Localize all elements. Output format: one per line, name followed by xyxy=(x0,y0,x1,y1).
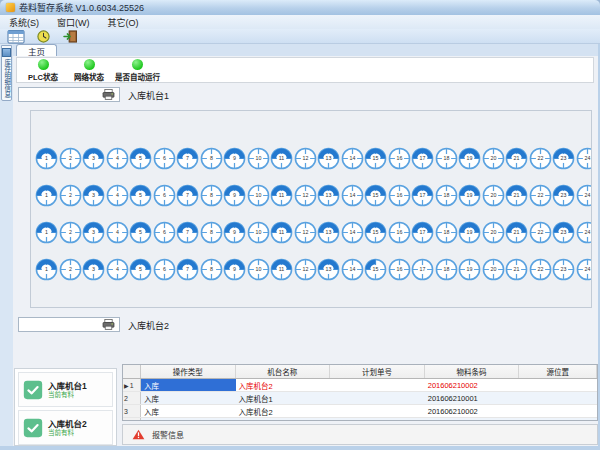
table-cell[interactable]: 201606210001 xyxy=(425,392,520,404)
row-header[interactable]: 4 xyxy=(123,418,141,421)
table-cell[interactable] xyxy=(519,392,597,404)
svg-text:16: 16 xyxy=(396,266,402,272)
column-header[interactable]: 机台名称 xyxy=(236,365,331,378)
slot-2-14: 14 xyxy=(341,184,365,207)
svg-text:14: 14 xyxy=(349,266,355,272)
title-bar[interactable]: 卷料暂存系统 V1.0.6034.25526 xyxy=(0,0,600,15)
slot-4-8: 8 xyxy=(200,258,224,281)
slot-3-24: 24 xyxy=(576,221,593,244)
station1-print-button[interactable] xyxy=(18,87,120,102)
slot-1-2: 2 xyxy=(59,147,83,170)
clock-icon[interactable] xyxy=(34,30,52,43)
menu-item[interactable]: 其它(O) xyxy=(99,16,148,29)
table-cell[interactable]: 201606210002 xyxy=(425,405,520,417)
slot-1-4: 4 xyxy=(106,147,130,170)
slot-3-2: 2 xyxy=(59,221,83,244)
slot-4-9: 9 xyxy=(223,258,247,281)
slot-2-7: 7 xyxy=(176,184,200,207)
table-cell[interactable] xyxy=(330,392,425,404)
station2-print-button[interactable] xyxy=(18,317,120,332)
slot-4-15: 15 xyxy=(364,258,388,281)
svg-text:10: 10 xyxy=(255,155,261,161)
table-cell[interactable] xyxy=(330,405,425,417)
slot-2-22: 22 xyxy=(529,184,553,207)
table-cell[interactable]: 入库机台2 xyxy=(236,379,331,391)
table-row[interactable]: 4 xyxy=(123,418,597,421)
table-cell[interactable] xyxy=(519,379,597,391)
svg-text:20: 20 xyxy=(490,229,496,235)
card-status: 当前有料 xyxy=(48,391,87,399)
table-cell[interactable]: 入库 xyxy=(141,405,236,417)
slot-4-17: 17 xyxy=(411,258,435,281)
svg-text:2: 2 xyxy=(69,192,72,198)
svg-text:5: 5 xyxy=(139,192,142,198)
table-cell[interactable]: 入库 xyxy=(141,392,236,404)
svg-text:15: 15 xyxy=(373,192,379,198)
svg-text:8: 8 xyxy=(210,266,213,272)
slot-3-9: 9 xyxy=(223,221,247,244)
status-indicator: 网络状态 xyxy=(69,59,109,82)
exit-icon[interactable] xyxy=(61,30,79,43)
toolbar xyxy=(0,29,600,44)
slot-1-8: 8 xyxy=(200,147,224,170)
column-header[interactable]: 物料条码 xyxy=(425,365,520,378)
table-header-row: 操作类型机台名称计划单号物料条码源位置 xyxy=(123,365,597,379)
table-cell[interactable] xyxy=(236,418,331,421)
slot-4-22: 22 xyxy=(529,258,553,281)
table-cell[interactable]: 入库机台1 xyxy=(236,392,331,404)
table-cell[interactable]: 201606210002 xyxy=(425,379,520,391)
table-row[interactable]: 3入库入库机台2201606210002 xyxy=(123,405,597,418)
row-header[interactable]: 3 xyxy=(123,405,141,417)
column-header[interactable]: 计划单号 xyxy=(330,365,425,378)
column-header[interactable]: 操作类型 xyxy=(141,365,236,378)
slot-2-24: 24 xyxy=(576,184,593,207)
slot-1-10: 10 xyxy=(247,147,271,170)
table-cell[interactable] xyxy=(425,418,520,421)
svg-text:6: 6 xyxy=(163,229,166,235)
table-row[interactable]: ▶1入库入库机台2201606210002 xyxy=(123,379,597,392)
machine-card: 入库机台1当前有料 xyxy=(18,372,113,407)
svg-text:11: 11 xyxy=(279,155,285,161)
menu-item[interactable]: 窗口(W) xyxy=(48,16,99,29)
table-cell[interactable] xyxy=(330,379,425,391)
slot-row: 1 2 3 4 5 6 7 8 xyxy=(35,258,591,281)
alarm-label: 报警信息 xyxy=(152,429,184,440)
row-select-arrow-icon: ▶ xyxy=(124,382,129,389)
check-icon xyxy=(23,418,43,438)
table-cell[interactable] xyxy=(519,405,597,417)
machine-cards: 入库机台1当前有料入库机台2当前有料 xyxy=(14,368,117,446)
table-cell[interactable] xyxy=(330,418,425,421)
warning-icon xyxy=(132,429,145,440)
svg-text:2: 2 xyxy=(69,266,72,272)
svg-text:22: 22 xyxy=(537,155,543,161)
svg-text:11: 11 xyxy=(279,266,285,272)
svg-text:7: 7 xyxy=(186,266,189,272)
table-cell[interactable] xyxy=(519,418,597,421)
svg-text:4: 4 xyxy=(116,192,119,198)
column-header[interactable]: 源位置 xyxy=(519,365,597,378)
side-dock-tab[interactable]: 库存明细信息 xyxy=(1,45,12,101)
table-cell[interactable]: 入库 xyxy=(141,379,236,391)
slot-1-12: 12 xyxy=(294,147,318,170)
slot-4-1: 1 xyxy=(35,258,59,281)
svg-text:10: 10 xyxy=(255,229,261,235)
status-panel: PLC状态网络状态是否自动运行 xyxy=(16,57,594,83)
table-cell[interactable] xyxy=(141,418,236,421)
slot-2-16: 16 xyxy=(388,184,412,207)
slot-4-4: 4 xyxy=(106,258,130,281)
side-dock: 库存明细信息 xyxy=(0,44,13,446)
svg-text:17: 17 xyxy=(420,192,426,198)
row-number: 3 xyxy=(124,408,128,415)
svg-text:3: 3 xyxy=(92,229,95,235)
table-cell[interactable]: 入库机台2 xyxy=(236,405,331,417)
row-header[interactable]: 2 xyxy=(123,392,141,404)
slot-2-19: 19 xyxy=(458,184,482,207)
side-dock-tab-label: 库存明细信息 xyxy=(3,59,10,98)
row-header[interactable]: ▶1 xyxy=(123,379,141,391)
slot-4-13: 13 xyxy=(317,258,341,281)
slot-4-18: 18 xyxy=(435,258,459,281)
table-row[interactable]: 2入库入库机台1201606210001 xyxy=(123,392,597,405)
menu-item[interactable]: 系统(S) xyxy=(0,16,48,29)
slot-2-13: 13 xyxy=(317,184,341,207)
calendar-icon[interactable] xyxy=(7,30,25,43)
